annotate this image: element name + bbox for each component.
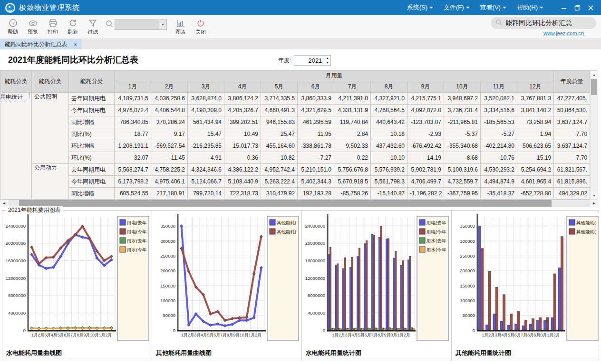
cell-value[interactable]: 10.49 <box>224 128 261 140</box>
cell-value[interactable]: 3,806,124.2 <box>224 93 261 105</box>
cell-value[interactable]: -8.68 <box>444 152 481 164</box>
cell-year-total[interactable]: 61,815,896. <box>554 176 590 188</box>
cell-value[interactable]: -85,758.26 <box>334 188 371 200</box>
table-vertical-scrollbar[interactable]: ▲ ▼ <box>590 70 598 200</box>
cell-value[interactable]: -10.76 <box>481 152 517 164</box>
cell-value[interactable]: -338,861.78 <box>298 140 334 152</box>
cell-value[interactable]: 3,860,333.9 <box>298 93 334 105</box>
cell-value[interactable]: -367,759.95 <box>444 188 481 200</box>
cell-value[interactable]: -11.45 <box>151 152 188 164</box>
col-header-month[interactable]: 6月 <box>298 81 334 93</box>
menu-system[interactable]: 系统(S) <box>407 3 433 12</box>
cell-value[interactable]: 4,190,309.0 <box>188 105 224 116</box>
cell-value[interactable]: 4,660,491.3 <box>261 105 298 116</box>
col-header-cat1[interactable]: 能耗分类 <box>0 71 32 93</box>
cell-metric[interactable]: 环比增幅 <box>69 140 115 152</box>
year-value[interactable]: 2021 <box>294 56 324 65</box>
cell-value[interactable]: 1,208,191.1 <box>115 140 151 152</box>
cell-value[interactable]: -569,527.54 <box>151 140 188 152</box>
cell-value[interactable]: 4,215,775.1 <box>407 93 444 105</box>
cell-year-total[interactable]: 3,637,124.7 <box>554 116 590 128</box>
vertical-scroll-thumb[interactable] <box>591 79 597 95</box>
col-header-month[interactable]: 7月 <box>334 81 371 93</box>
cell-metric[interactable]: 今年同期用电 <box>69 105 115 116</box>
cell-value[interactable]: 5,568,274.7 <box>115 164 151 176</box>
cell-value[interactable]: 3,334,516.6 <box>481 105 517 116</box>
col-header-cat3[interactable]: 能耗分类 <box>69 71 115 93</box>
cell-value[interactable]: -185,565.53 <box>481 116 517 128</box>
cell-value[interactable]: -402,214.80 <box>481 140 517 152</box>
cell-value[interactable]: 4,975,406.1 <box>151 176 188 188</box>
cell-metric[interactable]: 今年同期用电 <box>69 176 115 188</box>
filter-button[interactable]: 过滤 <box>83 19 102 36</box>
cell-value[interactable]: -5.27 <box>481 128 517 140</box>
cell-value[interactable]: 25.47 <box>261 128 298 140</box>
refresh-button[interactable]: 刷新 <box>63 19 82 36</box>
cell-value[interactable]: 73,258.94 <box>517 116 554 128</box>
cell-value[interactable]: 799,720.14 <box>188 188 224 200</box>
scroll-down-icon[interactable]: ▼ <box>591 192 598 199</box>
cell-value[interactable]: 5,902,781.9 <box>407 164 444 176</box>
cell-year-total[interactable]: 7.70 <box>554 152 590 164</box>
cell-value[interactable]: 4,205,326.7 <box>224 105 261 116</box>
cell-value[interactable]: 4,952,742.4 <box>261 164 298 176</box>
cell-category1[interactable]: 用电统计 <box>0 93 32 200</box>
close-tool-button[interactable]: 关闭 <box>191 19 210 36</box>
cell-value[interactable]: 3,628,874.0 <box>188 93 224 105</box>
cell-year-total[interactable]: 494,329.02 <box>554 188 590 200</box>
cell-value[interactable]: 3,767,881.3 <box>517 93 554 105</box>
col-header-month[interactable]: 3月 <box>188 81 224 93</box>
col-header-month[interactable]: 11月 <box>481 81 517 93</box>
restore-button[interactable] <box>571 2 584 13</box>
website-link[interactable]: www.jeez.com.cn <box>543 30 584 36</box>
cell-value[interactable]: 0.36 <box>224 152 261 164</box>
filter-combobox[interactable]: ▼ <box>115 19 167 30</box>
combobox-dropdown-button[interactable]: ▼ <box>159 20 166 29</box>
cell-value[interactable]: 4,601,965.4 <box>517 176 554 188</box>
cell-value[interactable]: -35,418.37 <box>481 188 517 200</box>
cell-value[interactable]: -211,965.81 <box>444 116 481 128</box>
cell-value[interactable]: 5,670,918.5 <box>334 176 371 188</box>
scroll-up-icon[interactable]: ▲ <box>591 71 598 78</box>
help-button[interactable]: ? 帮助 <box>3 19 22 36</box>
cell-value[interactable]: 3,948,697.2 <box>444 93 481 105</box>
cell-value[interactable]: -676,492.42 <box>407 140 444 152</box>
menu-file[interactable]: 文件(F) <box>444 3 470 12</box>
cell-value[interactable]: 370,286.24 <box>151 116 188 128</box>
cell-value[interactable]: -15,140.87 <box>371 188 407 200</box>
cell-value[interactable]: -7.27 <box>298 152 334 164</box>
cell-category2[interactable]: 公用动力 <box>32 164 69 200</box>
col-header-month[interactable]: 2月 <box>151 81 188 93</box>
cell-value[interactable]: -5.37 <box>444 128 481 140</box>
cell-value[interactable]: -216,235.85 <box>188 140 224 152</box>
cell-year-total[interactable]: 3,637,124.7 <box>554 140 590 152</box>
cell-value[interactable]: 5,124,066.7 <box>188 176 224 188</box>
cell-value[interactable]: 5,100,319.6 <box>444 164 481 176</box>
preview-button[interactable]: 预览 <box>23 19 42 36</box>
cell-value[interactable]: 217,180.91 <box>151 188 188 200</box>
col-header-month[interactable]: 12月 <box>517 81 554 93</box>
cell-value[interactable]: 4,321,629.5 <box>298 105 334 116</box>
col-header-month[interactable]: 1月 <box>115 81 151 93</box>
cell-value[interactable]: 722,318.73 <box>224 188 261 200</box>
cell-value[interactable]: 9,502.33 <box>334 140 371 152</box>
cell-value[interactable]: 4,758,225.2 <box>151 164 188 176</box>
cell-value[interactable]: 11.95 <box>298 128 334 140</box>
cell-value[interactable]: 3,736,731.4 <box>444 105 481 116</box>
cell-value[interactable]: 15.47 <box>188 128 224 140</box>
col-header-cat2[interactable]: 能耗分类 <box>32 71 69 93</box>
cell-value[interactable]: 461,295.59 <box>298 116 334 128</box>
minimize-button[interactable] <box>557 2 571 13</box>
cell-value[interactable]: 6,173,799.2 <box>115 176 151 188</box>
cell-category2[interactable]: 公共照明 <box>32 93 69 164</box>
cell-value[interactable]: 561,434.94 <box>188 116 224 128</box>
cell-value[interactable]: -1,196,282.2 <box>407 188 444 200</box>
table-horizontal-scrollbar[interactable]: ◀ ▶ <box>0 200 598 207</box>
menu-view[interactable]: 查看(V) <box>480 3 506 12</box>
col-header-month[interactable]: 4月 <box>224 81 261 93</box>
cell-value[interactable]: 310,479.92 <box>261 188 298 200</box>
cell-value[interactable]: 946,155.83 <box>261 116 298 128</box>
cell-value[interactable]: 10.82 <box>261 152 298 164</box>
cell-value[interactable]: 4,331,131.9 <box>334 105 371 116</box>
cell-value[interactable]: 15,017.73 <box>224 140 261 152</box>
